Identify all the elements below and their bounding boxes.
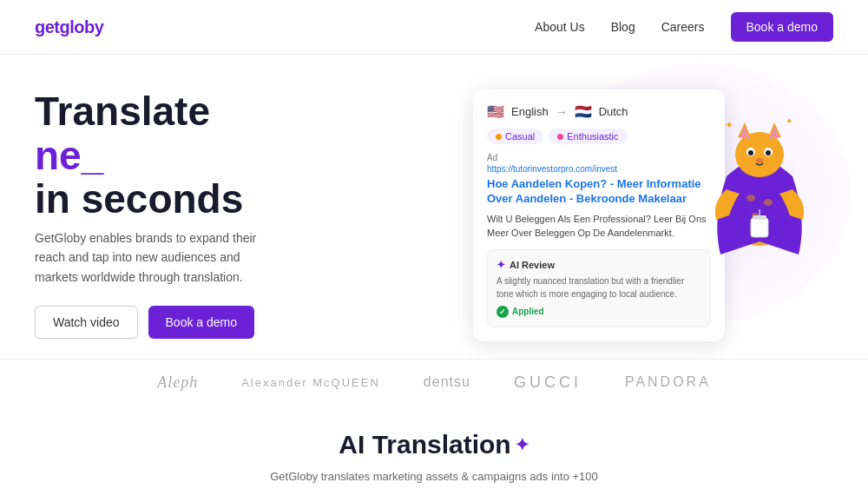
svg-text:✦: ✦	[786, 116, 792, 126]
source-lang: English	[511, 105, 549, 118]
watch-video-button[interactable]: Watch video	[35, 306, 138, 339]
logo: getgloby	[35, 17, 103, 37]
tag-row: Casual Enthusiastic	[487, 129, 711, 144]
ai-section-title: AI Translation ✦	[35, 430, 833, 459]
ad-label: Ad	[487, 153, 711, 162]
ai-review-header: ✦ AI Review	[496, 259, 701, 271]
svg-text:✦: ✦	[725, 119, 733, 131]
nav-links: About Us Blog Careers Book a demo	[535, 12, 833, 42]
book-demo-hero-button[interactable]: Book a demo	[148, 306, 255, 339]
target-lang: Dutch	[599, 105, 628, 118]
svg-point-8	[748, 150, 753, 155]
hero-section: Translate ne_ in seconds GetGloby enable…	[0, 55, 868, 359]
logo-pandora: PANDORA	[625, 374, 711, 390]
sparkle-icon: ✦	[515, 434, 529, 455]
svg-point-10	[756, 158, 763, 163]
svg-rect-15	[753, 215, 766, 220]
hero-title-line2: ne_	[35, 133, 103, 178]
svg-rect-14	[751, 218, 768, 237]
ad-body: Wilt U Beleggen Als Een Professional? Le…	[487, 212, 711, 241]
logos-section: Aleph Alexander McQUEEN dentsu GUCCI PAN…	[0, 359, 868, 409]
tag-casual-label: Casual	[505, 131, 535, 142]
check-icon: ✓	[496, 306, 509, 318]
ai-review-box: ✦ AI Review A slightly nuanced translati…	[487, 249, 711, 327]
source-flag: 🇺🇸	[487, 103, 504, 120]
casual-dot	[496, 134, 502, 140]
ai-star-icon: ✦	[496, 259, 505, 271]
ad-url: https://tutorinvestorpro.com/invest	[487, 164, 711, 174]
ai-translation-section: AI Translation ✦ GetGloby translates mar…	[0, 409, 868, 489]
svg-point-11	[746, 195, 755, 202]
mascot-illustration: ✦ ✦	[703, 89, 816, 246]
svg-point-9	[766, 150, 771, 155]
svg-point-1	[735, 132, 784, 177]
tag-casual[interactable]: Casual	[487, 129, 543, 144]
logo-mcqueen: Alexander McQUEEN	[241, 376, 380, 389]
ai-review-title: AI Review	[510, 260, 555, 270]
enthusiastic-dot	[557, 134, 563, 140]
target-flag: 🇳🇱	[575, 103, 592, 120]
hero-right: · · · · · 🇺🇸 English → 🇳🇱 Dutch Casual E	[365, 81, 833, 341]
nav-about-us[interactable]: About Us	[535, 20, 585, 34]
arrow-icon: →	[556, 105, 568, 119]
hero-subtitle: GetGloby enables brands to expand their …	[35, 228, 278, 287]
hero-title: Translate ne_ in seconds	[35, 89, 365, 221]
language-bar: 🇺🇸 English → 🇳🇱 Dutch	[487, 103, 711, 120]
applied-label: Applied	[512, 307, 544, 316]
hero-left: Translate ne_ in seconds GetGloby enable…	[35, 81, 365, 341]
hero-title-line1: Translate	[35, 89, 210, 134]
hero-title-line3: in seconds	[35, 176, 243, 221]
ai-section-description: GetGloby translates marketing assets & c…	[243, 468, 625, 489]
book-demo-nav-button[interactable]: Book a demo	[731, 12, 834, 42]
ad-title: Hoe Aandelen Kopen? - Meer Informatie Ov…	[487, 177, 711, 207]
logo-aleph: Aleph	[157, 373, 198, 392]
ai-review-text: A slightly nuanced translation but with …	[496, 274, 701, 301]
applied-badge: ✓ Applied	[496, 306, 701, 318]
tag-enthusiastic[interactable]: Enthusiastic	[549, 129, 627, 144]
logo-dentsu: dentsu	[424, 374, 470, 390]
svg-point-12	[764, 199, 773, 206]
translation-card: 🇺🇸 English → 🇳🇱 Dutch Casual Enthusiasti…	[473, 89, 725, 341]
nav-careers[interactable]: Careers	[661, 20, 705, 34]
hero-buttons: Watch video Book a demo	[35, 306, 365, 339]
navbar: getgloby About Us Blog Careers Book a de…	[0, 0, 868, 55]
nav-blog[interactable]: Blog	[611, 20, 635, 34]
tag-enthusiastic-label: Enthusiastic	[567, 131, 618, 142]
logo-gucci: GUCCI	[514, 373, 582, 392]
